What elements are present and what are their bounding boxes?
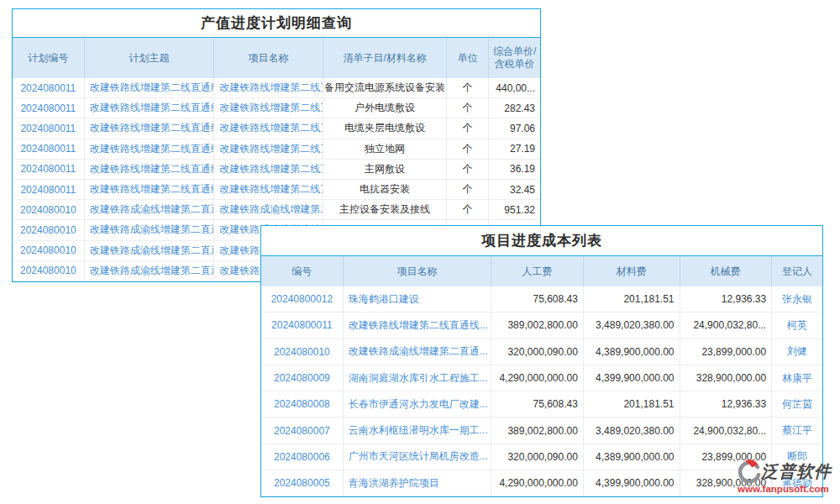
project-name-link[interactable]: 改建铁路线增建第二线直通线 (214, 98, 323, 118)
column-header-unit: 单位 (447, 38, 489, 78)
unit-cell: 个 (447, 180, 489, 199)
plan-topic-link[interactable]: 改建铁路成渝线增建第二直通 (85, 261, 214, 281)
table-row: 2024080011 改建铁路线增建第二线直通线 改建铁路线增建第二线直通线 电… (13, 118, 540, 139)
plan-topic-link[interactable]: 改建铁路线增建第二线直通线 (85, 118, 214, 138)
project-name-link[interactable]: 云南水利枢纽潜明水库一期工... (344, 417, 491, 443)
cost-number-link[interactable]: 2024080008 (261, 391, 344, 417)
cost-number-link[interactable]: 2024080010 (261, 339, 344, 365)
machine-fee-cell: 12,936.33 (680, 391, 773, 417)
project-name-link[interactable]: 改建铁路线增建第二线直通线... (344, 312, 491, 338)
plan-topic-link[interactable]: 改建铁路线增建第二线直通线 (85, 98, 214, 118)
unit-price-cell: 27.19 (489, 139, 540, 159)
project-name-link[interactable]: 珠海鹤港口建设 (344, 286, 491, 312)
unit-cell: 个 (447, 160, 489, 179)
material-fee-cell: 4,399,900,000.00 (584, 365, 680, 391)
labor-fee-cell: 75,608.43 (491, 286, 584, 312)
table-row: 20240800012 珠海鹤港口建设 75,608.43 201,181.51… (261, 286, 822, 312)
project-name-link[interactable]: 改建铁路线增建第二线直通线 (214, 160, 323, 179)
table-row: 2024080011 改建铁路线增建第二线直通线 改建铁路线增建第二线直通线 备… (13, 78, 540, 98)
unit-cell: 个 (447, 139, 489, 159)
material-fee-cell: 201,181.51 (584, 391, 680, 417)
cost-number-link[interactable]: 2024080005 (261, 470, 344, 496)
machine-fee-cell: 24,900,032,80... (680, 417, 773, 443)
plan-topic-link[interactable]: 改建铁路线增建第二线直通线 (85, 78, 214, 97)
plan-number-link[interactable]: 2024080011 (13, 118, 85, 138)
plan-number-link[interactable]: 2024080010 (13, 241, 85, 260)
plan-number-link[interactable]: 2024080011 (13, 139, 85, 159)
table-row: 2024080011 改建铁路线增建第二线直通线 改建铁路线增建第二线直通线 电… (13, 180, 540, 200)
unit-price-cell: 440,00... (489, 78, 540, 97)
table-row: 20240800011 改建铁路线增建第二线直通线... 389,002,800… (261, 312, 822, 339)
plan-topic-link[interactable]: 改建铁路成渝线增建第二直通 (85, 200, 214, 219)
cost-number-link[interactable]: 20240800011 (261, 312, 344, 338)
cost-list-panel: 项目进度成本列表 编号 项目名称 人工费 材料费 机械费 登记人 2024080… (260, 225, 823, 497)
material-fee-cell: 4,389,900,000.00 (584, 444, 680, 470)
column-header-labor-fee: 人工费 (491, 256, 584, 286)
plan-number-link[interactable]: 2024080010 (13, 200, 85, 219)
material-name-cell: 备用交流电源系统设备安装 (323, 78, 448, 97)
cost-list-header-row: 编号 项目名称 人工费 材料费 机械费 登记人 (261, 256, 822, 286)
column-header-material-name: 清单子目/材料名称 (323, 38, 448, 78)
material-fee-cell: 4,399,900,000.00 (584, 470, 680, 496)
plan-topic-link[interactable]: 改建铁路成渝线增建第二直通 (85, 220, 214, 239)
plan-number-link[interactable]: 2024080011 (13, 98, 85, 118)
table-row: 2024080010 改建铁路成渝线增建第二直通 改建铁路成渝线增建第二直通 主… (13, 200, 540, 220)
registrant-link[interactable]: 蔡江平 (772, 417, 822, 443)
table-row: 2024080007 云南水利枢纽潜明水库一期工... 389,002,800.… (261, 417, 822, 444)
plan-topic-link[interactable]: 改建铁路线增建第二线直通线 (85, 160, 214, 179)
material-fee-cell: 4,389,900,000.00 (584, 339, 680, 365)
project-name-link[interactable]: 改建铁路线增建第二线直通线 (214, 180, 323, 199)
unit-price-cell: 951.32 (489, 200, 540, 219)
column-header-machine-fee: 机械费 (680, 256, 773, 286)
machine-fee-cell: 24,900,032,80... (680, 312, 773, 338)
labor-fee-cell: 320,000,090.00 (491, 444, 584, 470)
material-fee-cell: 3,489,020,380.00 (584, 312, 680, 338)
column-header-material-fee: 材料费 (584, 256, 680, 286)
fanpu-logo-icon (736, 459, 761, 484)
material-name-cell: 主控设备安装及接线 (323, 200, 448, 219)
plan-topic-link[interactable]: 改建铁路线增建第二线直通线 (85, 139, 214, 159)
project-name-link[interactable]: 改建铁路线增建第二线直通线 (214, 139, 323, 159)
project-name-link[interactable]: 青海洪湖养护院项目 (344, 470, 491, 496)
registrant-link[interactable]: 张永银 (772, 286, 822, 312)
plan-number-link[interactable]: 2024080010 (13, 261, 85, 281)
project-name-link[interactable]: 改建铁路成渝线增建第二直通 (214, 200, 323, 219)
column-header-project-name: 项目名称 (344, 256, 491, 286)
project-name-link[interactable]: 长春市伊通河水力发电厂改建... (344, 391, 491, 417)
plan-topic-link[interactable]: 改建铁路线增建第二线直通线 (85, 180, 214, 199)
cost-number-link[interactable]: 2024080009 (261, 365, 344, 391)
registrant-link[interactable]: 林康平 (772, 365, 822, 391)
project-name-link[interactable]: 广州市天河区统计局机房改造... (344, 444, 491, 470)
fanpu-logo-url: www.fanpusoft.com (736, 485, 838, 495)
registrant-link[interactable]: 刘健 (772, 339, 822, 365)
plan-number-link[interactable]: 2024080010 (13, 220, 85, 239)
project-name-link[interactable]: 改建铁路线增建第二线直通线 (214, 118, 323, 138)
column-header-project-name: 项目名称 (214, 38, 323, 78)
registrant-link[interactable]: 何芷茵 (772, 391, 822, 417)
value-plan-header-row: 计划编号 计划主题 项目名称 清单子目/材料名称 单位 综合单价/含税单价 (13, 38, 540, 78)
plan-topic-link[interactable]: 改建铁路成渝线增建第二直通 (85, 241, 214, 260)
column-header-unit-price: 综合单价/含税单价 (489, 38, 540, 78)
project-name-link[interactable]: 湖南洞庭湖水库引水工程施工... (344, 365, 491, 391)
fanpu-logo-name: 泛普软件 (761, 463, 838, 480)
value-plan-title: 产值进度计划明细查询 (13, 9, 540, 38)
plan-number-link[interactable]: 2024080011 (13, 78, 85, 97)
table-row: 2024080011 改建铁路线增建第二线直通线 改建铁路线增建第二线直通线 户… (13, 98, 540, 118)
cost-number-link[interactable]: 2024080007 (261, 417, 344, 443)
cost-number-link[interactable]: 2024080006 (261, 444, 344, 470)
registrant-link[interactable]: 柯英 (772, 312, 822, 338)
unit-cell: 个 (447, 118, 489, 138)
cost-number-link[interactable]: 20240800012 (261, 286, 344, 312)
unit-price-cell: 282.43 (489, 98, 540, 118)
plan-number-link[interactable]: 2024080011 (13, 160, 85, 179)
project-name-link[interactable]: 改建铁路成渝线增建第二直通... (344, 339, 491, 365)
column-header-number: 编号 (261, 256, 344, 286)
column-header-registrant: 登记人 (772, 256, 822, 286)
plan-number-link[interactable]: 2024080011 (13, 180, 85, 199)
machine-fee-cell: 12,936.33 (680, 286, 773, 312)
table-row: 2024080011 改建铁路线增建第二线直通线 改建铁路线增建第二线直通线 独… (13, 139, 540, 160)
table-row: 2024080009 湖南洞庭湖水库引水工程施工... 4,290,000,00… (261, 365, 822, 391)
labor-fee-cell: 4,290,000,000.00 (491, 470, 584, 496)
project-name-link[interactable]: 改建铁路线增建第二线直通线 (214, 78, 323, 97)
fanpu-logo: 泛普软件 www.fanpusoft.com (736, 459, 838, 495)
